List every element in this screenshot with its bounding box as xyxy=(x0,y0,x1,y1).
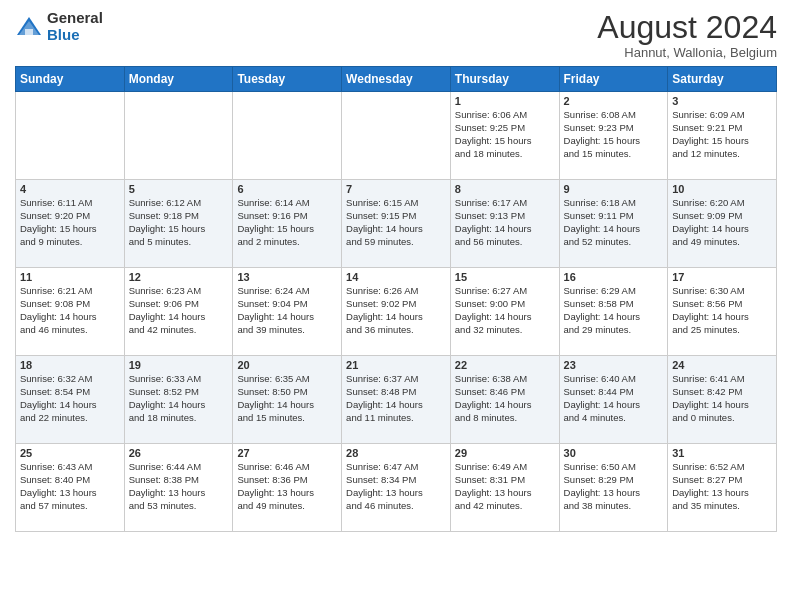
calendar-cell: 2Sunrise: 6:08 AMSunset: 9:23 PMDaylight… xyxy=(559,92,668,180)
day-number: 5 xyxy=(129,183,229,195)
day-info: Sunrise: 6:32 AMSunset: 8:54 PMDaylight:… xyxy=(20,373,120,424)
day-info: Sunrise: 6:14 AMSunset: 9:16 PMDaylight:… xyxy=(237,197,337,248)
logo-general: General xyxy=(47,10,103,27)
day-number: 23 xyxy=(564,359,664,371)
calendar-cell: 21Sunrise: 6:37 AMSunset: 8:48 PMDayligh… xyxy=(342,356,451,444)
day-number: 16 xyxy=(564,271,664,283)
day-number: 8 xyxy=(455,183,555,195)
calendar-cell: 7Sunrise: 6:15 AMSunset: 9:15 PMDaylight… xyxy=(342,180,451,268)
month-title: August 2024 xyxy=(597,10,777,45)
day-number: 11 xyxy=(20,271,120,283)
day-info: Sunrise: 6:40 AMSunset: 8:44 PMDaylight:… xyxy=(564,373,664,424)
day-number: 7 xyxy=(346,183,446,195)
day-info: Sunrise: 6:09 AMSunset: 9:21 PMDaylight:… xyxy=(672,109,772,160)
day-info: Sunrise: 6:47 AMSunset: 8:34 PMDaylight:… xyxy=(346,461,446,512)
day-number: 2 xyxy=(564,95,664,107)
calendar-cell: 10Sunrise: 6:20 AMSunset: 9:09 PMDayligh… xyxy=(668,180,777,268)
calendar-cell: 5Sunrise: 6:12 AMSunset: 9:18 PMDaylight… xyxy=(124,180,233,268)
calendar-cell: 16Sunrise: 6:29 AMSunset: 8:58 PMDayligh… xyxy=(559,268,668,356)
calendar-cell xyxy=(124,92,233,180)
calendar-cell: 27Sunrise: 6:46 AMSunset: 8:36 PMDayligh… xyxy=(233,444,342,532)
day-info: Sunrise: 6:41 AMSunset: 8:42 PMDaylight:… xyxy=(672,373,772,424)
day-number: 21 xyxy=(346,359,446,371)
day-number: 22 xyxy=(455,359,555,371)
calendar-cell: 3Sunrise: 6:09 AMSunset: 9:21 PMDaylight… xyxy=(668,92,777,180)
day-number: 27 xyxy=(237,447,337,459)
day-number: 29 xyxy=(455,447,555,459)
calendar-cell: 30Sunrise: 6:50 AMSunset: 8:29 PMDayligh… xyxy=(559,444,668,532)
day-of-week-friday: Friday xyxy=(559,67,668,92)
day-number: 20 xyxy=(237,359,337,371)
day-number: 19 xyxy=(129,359,229,371)
day-info: Sunrise: 6:24 AMSunset: 9:04 PMDaylight:… xyxy=(237,285,337,336)
day-of-week-wednesday: Wednesday xyxy=(342,67,451,92)
day-of-week-saturday: Saturday xyxy=(668,67,777,92)
day-number: 25 xyxy=(20,447,120,459)
day-info: Sunrise: 6:18 AMSunset: 9:11 PMDaylight:… xyxy=(564,197,664,248)
calendar-page: General Blue August 2024 Hannut, Walloni… xyxy=(0,0,792,612)
calendar-cell: 24Sunrise: 6:41 AMSunset: 8:42 PMDayligh… xyxy=(668,356,777,444)
calendar-header: SundayMondayTuesdayWednesdayThursdayFrid… xyxy=(16,67,777,92)
calendar-cell: 28Sunrise: 6:47 AMSunset: 8:34 PMDayligh… xyxy=(342,444,451,532)
calendar-cell: 18Sunrise: 6:32 AMSunset: 8:54 PMDayligh… xyxy=(16,356,125,444)
day-of-week-tuesday: Tuesday xyxy=(233,67,342,92)
calendar-cell: 23Sunrise: 6:40 AMSunset: 8:44 PMDayligh… xyxy=(559,356,668,444)
day-number: 12 xyxy=(129,271,229,283)
day-info: Sunrise: 6:23 AMSunset: 9:06 PMDaylight:… xyxy=(129,285,229,336)
day-info: Sunrise: 6:35 AMSunset: 8:50 PMDaylight:… xyxy=(237,373,337,424)
calendar-cell: 9Sunrise: 6:18 AMSunset: 9:11 PMDaylight… xyxy=(559,180,668,268)
logo-text: General Blue xyxy=(47,10,103,43)
day-number: 1 xyxy=(455,95,555,107)
title-area: August 2024 Hannut, Wallonia, Belgium xyxy=(597,10,777,60)
day-number: 24 xyxy=(672,359,772,371)
calendar-cell: 11Sunrise: 6:21 AMSunset: 9:08 PMDayligh… xyxy=(16,268,125,356)
day-number: 28 xyxy=(346,447,446,459)
svg-rect-2 xyxy=(25,29,33,35)
calendar-cell xyxy=(233,92,342,180)
calendar-cell: 29Sunrise: 6:49 AMSunset: 8:31 PMDayligh… xyxy=(450,444,559,532)
day-info: Sunrise: 6:26 AMSunset: 9:02 PMDaylight:… xyxy=(346,285,446,336)
day-info: Sunrise: 6:29 AMSunset: 8:58 PMDaylight:… xyxy=(564,285,664,336)
day-of-week-sunday: Sunday xyxy=(16,67,125,92)
calendar-cell: 4Sunrise: 6:11 AMSunset: 9:20 PMDaylight… xyxy=(16,180,125,268)
day-number: 30 xyxy=(564,447,664,459)
day-info: Sunrise: 6:38 AMSunset: 8:46 PMDaylight:… xyxy=(455,373,555,424)
header: General Blue August 2024 Hannut, Walloni… xyxy=(15,10,777,60)
day-info: Sunrise: 6:15 AMSunset: 9:15 PMDaylight:… xyxy=(346,197,446,248)
calendar-table: SundayMondayTuesdayWednesdayThursdayFrid… xyxy=(15,66,777,532)
day-info: Sunrise: 6:44 AMSunset: 8:38 PMDaylight:… xyxy=(129,461,229,512)
day-info: Sunrise: 6:52 AMSunset: 8:27 PMDaylight:… xyxy=(672,461,772,512)
week-row: 25Sunrise: 6:43 AMSunset: 8:40 PMDayligh… xyxy=(16,444,777,532)
week-row: 4Sunrise: 6:11 AMSunset: 9:20 PMDaylight… xyxy=(16,180,777,268)
day-info: Sunrise: 6:30 AMSunset: 8:56 PMDaylight:… xyxy=(672,285,772,336)
location: Hannut, Wallonia, Belgium xyxy=(597,45,777,60)
week-row: 1Sunrise: 6:06 AMSunset: 9:25 PMDaylight… xyxy=(16,92,777,180)
day-number: 15 xyxy=(455,271,555,283)
day-info: Sunrise: 6:50 AMSunset: 8:29 PMDaylight:… xyxy=(564,461,664,512)
calendar-cell: 1Sunrise: 6:06 AMSunset: 9:25 PMDaylight… xyxy=(450,92,559,180)
calendar-cell: 19Sunrise: 6:33 AMSunset: 8:52 PMDayligh… xyxy=(124,356,233,444)
day-info: Sunrise: 6:11 AMSunset: 9:20 PMDaylight:… xyxy=(20,197,120,248)
day-number: 4 xyxy=(20,183,120,195)
day-info: Sunrise: 6:20 AMSunset: 9:09 PMDaylight:… xyxy=(672,197,772,248)
day-info: Sunrise: 6:33 AMSunset: 8:52 PMDaylight:… xyxy=(129,373,229,424)
calendar-cell: 22Sunrise: 6:38 AMSunset: 8:46 PMDayligh… xyxy=(450,356,559,444)
day-info: Sunrise: 6:27 AMSunset: 9:00 PMDaylight:… xyxy=(455,285,555,336)
calendar-cell: 8Sunrise: 6:17 AMSunset: 9:13 PMDaylight… xyxy=(450,180,559,268)
day-info: Sunrise: 6:12 AMSunset: 9:18 PMDaylight:… xyxy=(129,197,229,248)
calendar-cell: 26Sunrise: 6:44 AMSunset: 8:38 PMDayligh… xyxy=(124,444,233,532)
calendar-cell xyxy=(342,92,451,180)
day-of-week-thursday: Thursday xyxy=(450,67,559,92)
calendar-cell: 12Sunrise: 6:23 AMSunset: 9:06 PMDayligh… xyxy=(124,268,233,356)
day-number: 31 xyxy=(672,447,772,459)
day-info: Sunrise: 6:43 AMSunset: 8:40 PMDaylight:… xyxy=(20,461,120,512)
day-info: Sunrise: 6:17 AMSunset: 9:13 PMDaylight:… xyxy=(455,197,555,248)
logo-blue: Blue xyxy=(47,27,103,44)
day-info: Sunrise: 6:08 AMSunset: 9:23 PMDaylight:… xyxy=(564,109,664,160)
day-number: 9 xyxy=(564,183,664,195)
day-number: 13 xyxy=(237,271,337,283)
calendar-cell: 25Sunrise: 6:43 AMSunset: 8:40 PMDayligh… xyxy=(16,444,125,532)
day-number: 6 xyxy=(237,183,337,195)
calendar-cell: 6Sunrise: 6:14 AMSunset: 9:16 PMDaylight… xyxy=(233,180,342,268)
logo-icon xyxy=(15,13,43,41)
